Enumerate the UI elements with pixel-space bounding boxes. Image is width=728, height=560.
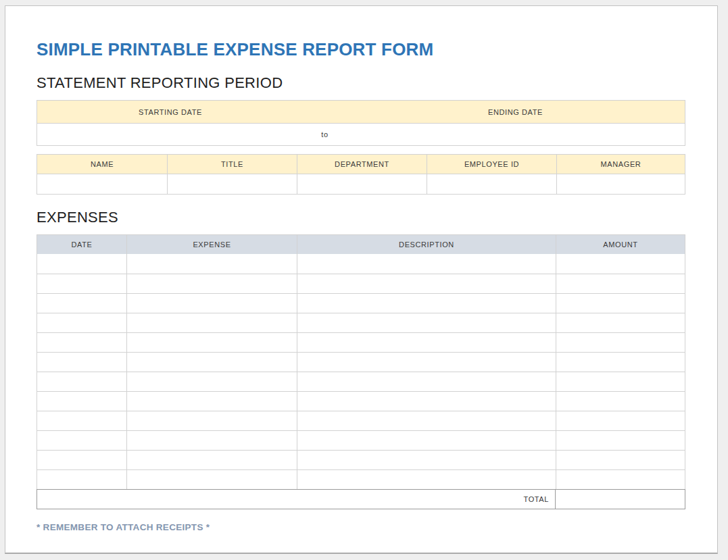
expense-row bbox=[37, 352, 685, 372]
description-column-header: DESCRIPTION bbox=[297, 235, 556, 254]
date-cell[interactable] bbox=[37, 451, 126, 469]
description-cell[interactable] bbox=[297, 333, 556, 352]
reporting-period-header-row: STARTING DATE ENDING DATE bbox=[37, 101, 685, 123]
title-field[interactable] bbox=[167, 174, 297, 194]
expense-table-body bbox=[37, 254, 685, 489]
description-cell[interactable] bbox=[297, 431, 556, 450]
description-cell[interactable] bbox=[297, 470, 556, 489]
date-cell[interactable] bbox=[37, 392, 126, 411]
amount-cell[interactable] bbox=[556, 431, 685, 450]
name-header: NAME bbox=[37, 155, 167, 174]
reporting-period-table: STARTING DATE ENDING DATE to bbox=[37, 100, 685, 146]
description-cell[interactable] bbox=[297, 372, 556, 391]
attach-receipts-note: * REMEMBER TO ATTACH RECEIPTS * bbox=[37, 522, 686, 532]
page-title: SIMPLE PRINTABLE EXPENSE REPORT FORM bbox=[37, 39, 686, 60]
amount-cell[interactable] bbox=[556, 333, 685, 352]
employee-info-value-row bbox=[37, 174, 685, 194]
expense-row bbox=[37, 411, 685, 430]
description-cell[interactable] bbox=[297, 313, 556, 332]
expense-total-row: TOTAL bbox=[37, 489, 685, 509]
date-cell[interactable] bbox=[37, 353, 126, 372]
employee-id-header: EMPLOYEE ID bbox=[427, 155, 556, 174]
date-cell[interactable] bbox=[37, 274, 126, 293]
amount-cell[interactable] bbox=[556, 313, 685, 332]
amount-column-header: AMOUNT bbox=[556, 235, 685, 254]
employee-id-field[interactable] bbox=[427, 174, 556, 194]
expense-table-header-row: DATE EXPENSE DESCRIPTION AMOUNT bbox=[37, 235, 685, 254]
expense-cell[interactable] bbox=[126, 254, 297, 274]
employee-info-table: NAME TITLE DEPARTMENT EMPLOYEE ID MANAGE… bbox=[37, 154, 685, 195]
expense-row bbox=[37, 254, 685, 274]
description-cell[interactable] bbox=[297, 411, 556, 430]
department-header: DEPARTMENT bbox=[297, 155, 427, 174]
date-cell[interactable] bbox=[37, 333, 126, 352]
expense-cell[interactable] bbox=[126, 333, 297, 352]
reporting-period-value-row: to bbox=[37, 123, 685, 145]
amount-cell[interactable] bbox=[556, 274, 685, 293]
description-cell[interactable] bbox=[297, 254, 556, 274]
manager-field[interactable] bbox=[556, 174, 685, 194]
total-label: TOTAL bbox=[37, 490, 556, 509]
starting-date-field[interactable] bbox=[37, 124, 304, 145]
starting-date-header: STARTING DATE bbox=[37, 101, 304, 123]
expense-row bbox=[37, 372, 685, 391]
ending-date-field[interactable] bbox=[346, 124, 685, 145]
date-cell[interactable] bbox=[37, 294, 126, 313]
expense-cell[interactable] bbox=[126, 431, 297, 450]
section-heading-reporting-period: STATEMENT REPORTING PERIOD bbox=[37, 74, 686, 92]
reporting-period-header-spacer bbox=[304, 101, 346, 123]
department-field[interactable] bbox=[297, 174, 427, 194]
date-cell[interactable] bbox=[37, 313, 126, 332]
amount-cell[interactable] bbox=[556, 470, 685, 489]
expense-row bbox=[37, 391, 685, 411]
date-separator-label: to bbox=[304, 124, 346, 145]
expense-row bbox=[37, 450, 685, 469]
expense-row bbox=[37, 293, 685, 313]
amount-cell[interactable] bbox=[556, 294, 685, 313]
expense-cell[interactable] bbox=[126, 392, 297, 411]
expense-cell[interactable] bbox=[126, 411, 297, 430]
description-cell[interactable] bbox=[297, 274, 556, 293]
amount-cell[interactable] bbox=[556, 353, 685, 372]
expense-cell[interactable] bbox=[126, 451, 297, 469]
expense-table: DATE EXPENSE DESCRIPTION AMOUNT bbox=[37, 234, 685, 489]
date-column-header: DATE bbox=[37, 235, 126, 254]
section-heading-expenses: EXPENSES bbox=[37, 209, 686, 226]
description-cell[interactable] bbox=[297, 353, 556, 372]
name-field[interactable] bbox=[37, 174, 167, 194]
manager-header: MANAGER bbox=[556, 155, 685, 174]
amount-cell[interactable] bbox=[556, 372, 685, 391]
amount-cell[interactable] bbox=[556, 411, 685, 430]
expense-row bbox=[37, 332, 685, 352]
description-cell[interactable] bbox=[297, 451, 556, 469]
expense-column-header: EXPENSE bbox=[126, 235, 297, 254]
expense-cell[interactable] bbox=[126, 274, 297, 293]
amount-cell[interactable] bbox=[556, 254, 685, 274]
employee-info-header-row: NAME TITLE DEPARTMENT EMPLOYEE ID MANAGE… bbox=[37, 155, 685, 174]
title-header: TITLE bbox=[167, 155, 297, 174]
expense-row bbox=[37, 313, 685, 332]
expense-cell[interactable] bbox=[126, 372, 297, 391]
description-cell[interactable] bbox=[297, 392, 556, 411]
ending-date-header: ENDING DATE bbox=[346, 101, 685, 123]
expense-cell[interactable] bbox=[126, 470, 297, 489]
expense-cell[interactable] bbox=[126, 353, 297, 372]
expense-cell[interactable] bbox=[126, 294, 297, 313]
expense-cell[interactable] bbox=[126, 313, 297, 332]
date-cell[interactable] bbox=[37, 411, 126, 430]
amount-cell[interactable] bbox=[556, 451, 685, 469]
document-page: SIMPLE PRINTABLE EXPENSE REPORT FORM STA… bbox=[5, 5, 718, 554]
date-cell[interactable] bbox=[37, 254, 126, 274]
date-cell[interactable] bbox=[37, 372, 126, 391]
expense-row bbox=[37, 469, 685, 489]
total-amount-field[interactable] bbox=[556, 490, 685, 509]
date-cell[interactable] bbox=[37, 431, 126, 450]
amount-cell[interactable] bbox=[556, 392, 685, 411]
date-cell[interactable] bbox=[37, 470, 126, 489]
description-cell[interactable] bbox=[297, 294, 556, 313]
expense-row bbox=[37, 430, 685, 450]
expense-row bbox=[37, 274, 685, 293]
